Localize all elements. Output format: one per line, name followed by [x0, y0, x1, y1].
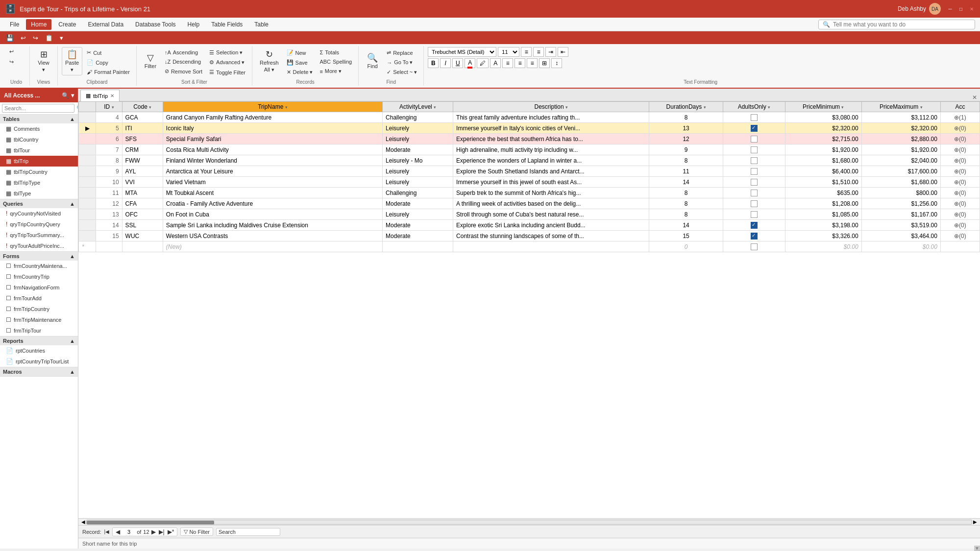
nav-item-frmtriptour[interactable]: ☐ frmTripTour	[0, 325, 78, 336]
cell-code[interactable]: FWW	[122, 155, 163, 166]
cell-pricemax[interactable]: $3,112.00	[861, 112, 940, 123]
cut-button[interactable]: ✂ Cut	[84, 48, 132, 57]
scrollbar-track[interactable]	[86, 520, 972, 525]
nav-section-header-tables[interactable]: Tables ▲	[0, 115, 78, 123]
window-controls[interactable]: ─ □ ✕	[947, 5, 975, 12]
nav-item-frmcountrymaintenance[interactable]: ☐ frmCountryMaintena...	[0, 261, 78, 271]
cell-pricemax[interactable]: $2,880.00	[861, 134, 940, 144]
cell-tripname[interactable]: Western USA Contrasts	[163, 231, 382, 241]
remove-sort-button[interactable]: ⊘ Remove Sort	[162, 67, 205, 76]
refresh-all-button[interactable]: ↻ Refresh All ▾	[256, 47, 282, 75]
cell-adultsonly[interactable]	[723, 231, 785, 241]
align-center-button[interactable]: ≡	[514, 58, 525, 68]
descending-button[interactable]: ↓Z Descending	[162, 57, 205, 66]
table-row[interactable]: 13 OFC On Foot in Cuba Leisurely Stroll …	[79, 209, 980, 220]
nav-item-qrycountrynotvisited[interactable]: ! qryCountryNotVisited	[0, 208, 78, 219]
alt-color-button[interactable]: A	[490, 58, 501, 68]
nav-section-header-reports[interactable]: Reports ▲	[0, 336, 78, 345]
adults-only-checkbox[interactable]	[751, 233, 758, 240]
col-header-activitylevel[interactable]: ActivityLevel ▾	[383, 102, 453, 112]
record-last-button[interactable]: ▶|	[158, 528, 166, 535]
align-left-button[interactable]: ≡	[502, 58, 513, 68]
cell-adultsonly[interactable]	[723, 177, 785, 188]
copy-button[interactable]: 📄 Copy	[84, 58, 132, 67]
cell-attachments[interactable]: ⊕(0)	[940, 177, 980, 188]
cell-tripname[interactable]: Antarctica at Your Leisure	[163, 166, 382, 177]
cell-pricemin[interactable]: $3,198.00	[785, 220, 861, 231]
cell-adultsonly[interactable]	[723, 123, 785, 134]
cell-pricemin[interactable]: $1,920.00	[785, 144, 861, 155]
nav-item-frmtripmaintenance[interactable]: ☐ frmTripMaintenance	[0, 314, 78, 325]
menu-database-tools[interactable]: Database Tools	[130, 19, 181, 30]
save-button[interactable]: 💾 Save	[284, 58, 316, 67]
cell-duration[interactable]: 8	[649, 209, 723, 220]
menu-table-fields[interactable]: Table Fields	[206, 19, 247, 30]
cell-code[interactable]: CFA	[122, 198, 163, 209]
table-row[interactable]: 11 MTA Mt Toubkal Ascent Challenging Sup…	[79, 188, 980, 198]
cell-tripname[interactable]: Special Family Safari	[163, 134, 382, 144]
table-row[interactable]: 4 GCA Grand Canyon Family Rafting Advent…	[79, 112, 980, 123]
adults-only-checkbox[interactable]	[751, 168, 758, 175]
cell-tripname[interactable]: Sample Sri Lanka including Maldives Crui…	[163, 220, 382, 231]
align-right-button[interactable]: ≡	[527, 58, 538, 68]
cell-duration[interactable]: 15	[649, 231, 723, 241]
cell-pricemin[interactable]: $3,080.00	[785, 112, 861, 123]
cell-activitylevel[interactable]: Leisurely - Mo	[383, 155, 453, 166]
datasheet-wrapper[interactable]: ID ▾ Code ▾ TripName ▾ ActivityLevel ▾ D…	[78, 101, 980, 518]
new-button[interactable]: 📝 New	[284, 48, 316, 57]
cell-id[interactable]: 11	[96, 188, 122, 198]
cell-id[interactable]: 14	[96, 220, 122, 231]
undo-button[interactable]: ↩	[7, 47, 18, 56]
adults-only-checkbox[interactable]	[751, 125, 758, 132]
cell-adultsonly[interactable]	[723, 198, 785, 209]
record-next-button[interactable]: ▶	[150, 528, 157, 535]
menu-help[interactable]: Help	[183, 19, 205, 30]
search-input[interactable]	[239, 529, 278, 535]
underline-button[interactable]: U	[452, 58, 463, 68]
cell-code[interactable]: MTA	[122, 188, 163, 198]
cell-duration[interactable]: 8	[649, 198, 723, 209]
col-header-description[interactable]: Description ▾	[453, 102, 649, 112]
cell-id[interactable]: 15	[96, 231, 122, 241]
indent-button[interactable]: ⇥	[545, 47, 556, 57]
cell-duration[interactable]: 8	[649, 188, 723, 198]
new-row-adultsonly[interactable]	[723, 241, 785, 252]
toggle-filter-button[interactable]: ☰ Toggle Filter	[207, 68, 248, 77]
cell-duration[interactable]: 8	[649, 112, 723, 123]
go-to-button[interactable]: → Go To ▾	[384, 58, 419, 67]
table-row[interactable]: 8 FWW Finland Winter Wonderland Leisurel…	[79, 155, 980, 166]
menu-external-data[interactable]: External Data	[83, 19, 128, 30]
cell-tripname[interactable]: Iconic Italy	[163, 123, 382, 134]
cell-duration[interactable]: 13	[649, 123, 723, 134]
adults-only-checkbox[interactable]	[751, 157, 758, 164]
list-bullet-button[interactable]: ≡	[521, 47, 532, 57]
close-button[interactable]: ✕	[968, 5, 975, 12]
cell-description[interactable]: Experience the wonders of Lapland in win…	[453, 155, 649, 166]
table-row[interactable]: 9 AYL Antarctica at Your Leisure Leisure…	[79, 166, 980, 177]
col-header-priceminimum[interactable]: PriceMinimum ▾	[785, 102, 861, 112]
cell-pricemin[interactable]: $635.00	[785, 188, 861, 198]
cell-adultsonly[interactable]	[723, 188, 785, 198]
nav-item-frmcountrytrip[interactable]: ☐ frmCountryTrip	[0, 271, 78, 282]
cell-attachments[interactable]: ⊕(0)	[940, 231, 980, 241]
cell-attachments[interactable]: ⊕(0)	[940, 209, 980, 220]
cell-description[interactable]: A thrilling week of activities based on …	[453, 198, 649, 209]
cell-activitylevel[interactable]: Leisurely	[383, 166, 453, 177]
cell-duration[interactable]: 12	[649, 134, 723, 144]
search-box[interactable]: Search	[216, 528, 280, 536]
cell-pricemax[interactable]: $1,920.00	[861, 144, 940, 155]
cell-adultsonly[interactable]	[723, 134, 785, 144]
cell-code[interactable]: SSL	[122, 220, 163, 231]
cell-duration[interactable]: 14	[649, 220, 723, 231]
cell-pricemin[interactable]: $1,680.00	[785, 155, 861, 166]
cell-pricemax[interactable]: $1,256.00	[861, 198, 940, 209]
cell-description[interactable]: Experience the best that southern Africa…	[453, 134, 649, 144]
no-filter-button[interactable]: ▽ No Filter	[180, 527, 213, 536]
cell-pricemax[interactable]: $1,680.00	[861, 177, 940, 188]
nav-search-icon[interactable]: 🔍	[62, 92, 69, 99]
table-tab-close[interactable]: ✕	[110, 93, 114, 98]
cell-pricemax[interactable]: $2,320.00	[861, 123, 940, 134]
cell-duration[interactable]: 8	[649, 155, 723, 166]
bold-button[interactable]: B	[428, 58, 439, 68]
list-numbered-button[interactable]: ≡	[533, 47, 544, 57]
